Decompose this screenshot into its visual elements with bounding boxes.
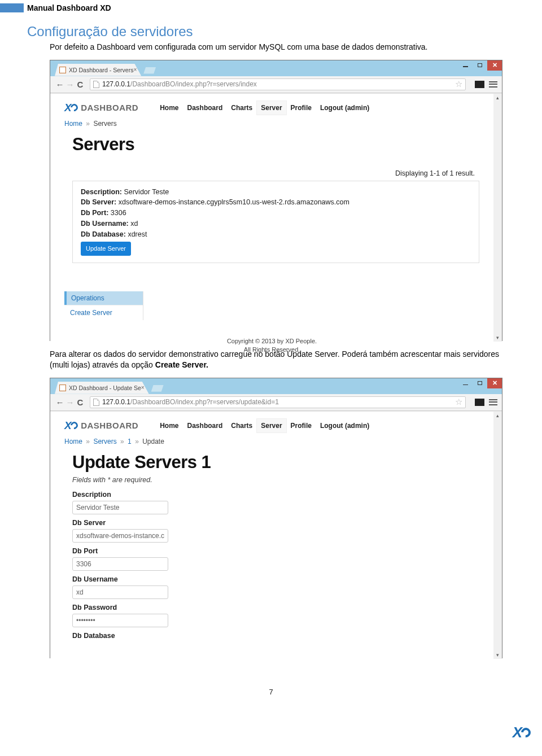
breadcrumb-current: Servers: [93, 120, 116, 128]
breadcrumb-sep: »: [86, 120, 90, 128]
new-tab-button[interactable]: [151, 385, 164, 392]
nav-home[interactable]: Home: [160, 101, 178, 115]
back-button[interactable]: ←: [55, 397, 65, 407]
dbport-label: Db Port: [72, 547, 479, 555]
description-input[interactable]: [72, 501, 168, 514]
nav-dashboard[interactable]: Dashboard: [187, 419, 223, 432]
browser-tab[interactable]: XD Dashboard - Update Se ×: [55, 382, 149, 394]
dbname-value: xdrest: [128, 230, 147, 238]
desc-label: Description:: [81, 188, 122, 196]
url-host: 127.0.0.1: [102, 80, 130, 88]
reload-button[interactable]: C: [75, 397, 85, 407]
doc-header: Manual Dashboard XD: [0, 0, 542, 14]
nav-charts[interactable]: Charts: [231, 101, 252, 115]
dbname-label: Db Database: [72, 632, 479, 640]
nav-profile[interactable]: Profile: [291, 419, 312, 432]
dbport-value: 3306: [111, 209, 126, 217]
window-controls: ✕: [458, 378, 502, 388]
nav-logout[interactable]: Logout (admin): [320, 419, 369, 432]
rights-line: All Rights Reserved.: [64, 346, 479, 354]
hamburger-menu-icon[interactable]: [489, 399, 497, 405]
nav-dashboard[interactable]: Dashboard: [187, 101, 223, 115]
dbport-label: Db Port:: [81, 209, 108, 217]
server-card: Description: Servidor Teste Db Server: x…: [72, 181, 479, 263]
create-server-link[interactable]: Create Server: [64, 305, 143, 320]
url-input[interactable]: 127.0.0.1/DashboardBO/index.php?r=server…: [90, 396, 466, 408]
header-accent-bar: [0, 3, 24, 12]
browser-window-update: ✕ XD Dashboard - Update Se × ← → C 127.0…: [50, 378, 502, 658]
back-button[interactable]: ←: [55, 80, 65, 89]
breadcrumb-id[interactable]: 1: [128, 438, 132, 445]
app-logo[interactable]: X DASHBOARD: [64, 419, 138, 432]
nav-server[interactable]: Server: [257, 419, 286, 432]
dbserver-value: xdsoftware-demos-instance.cgyplrs5sm10.u…: [119, 198, 349, 206]
description-label: Description: [72, 491, 479, 499]
app-nav: Home Dashboard Charts Server Profile Log…: [160, 419, 369, 432]
browser-tab[interactable]: XD Dashboard - Servers ×: [55, 64, 141, 76]
dbserver-label: Db Server: [72, 519, 479, 527]
scroll-down-icon[interactable]: ▾: [493, 651, 502, 659]
forward-button[interactable]: →: [65, 80, 75, 89]
url-path: /DashboardBO/index.php?r=servers/update&…: [130, 398, 279, 406]
window-minimize-button[interactable]: [458, 60, 473, 71]
operations-panel: Operations Create Server: [64, 291, 143, 320]
dbuser-label: Db Username: [72, 575, 479, 583]
section-title: Configuração de servidores: [27, 24, 542, 40]
browser-window-servers: ✕ XD Dashboard - Servers × ← → C 127.0.0…: [50, 60, 502, 341]
breadcrumb-sep: »: [135, 438, 139, 445]
dbserver-input[interactable]: [72, 529, 168, 543]
nav-charts[interactable]: Charts: [231, 419, 252, 432]
breadcrumb: Home » Servers » 1 » Update: [64, 438, 479, 445]
device-icon[interactable]: [475, 399, 484, 406]
intro-paragraph: Por defeito a Dashboard vem configurada …: [50, 42, 502, 53]
tab-strip: XD Dashboard - Servers ×: [50, 60, 502, 76]
nav-logout[interactable]: Logout (admin): [320, 101, 369, 115]
update-server-button[interactable]: Update Server: [81, 242, 131, 256]
dbuser-value: xd: [130, 220, 138, 228]
vertical-scrollbar[interactable]: ▴ ▾: [493, 412, 502, 659]
vertical-scrollbar[interactable]: ▴ ▾: [493, 94, 502, 342]
app-nav: Home Dashboard Charts Server Profile Log…: [160, 101, 369, 115]
tab-close-icon[interactable]: ×: [133, 67, 137, 73]
tab-close-icon[interactable]: ×: [141, 384, 145, 391]
reload-button[interactable]: C: [75, 80, 85, 89]
device-icon[interactable]: [475, 81, 484, 88]
page-viewport: ▴ ▾ X DASHBOARD Home Dashboard Charts Se…: [50, 411, 502, 659]
copyright-line: Copyright © 2013 by XD People.: [64, 337, 479, 346]
nav-home[interactable]: Home: [160, 419, 178, 432]
breadcrumb-sep: »: [86, 438, 90, 445]
breadcrumb-home[interactable]: Home: [64, 120, 82, 128]
dbuser-label: Db Username:: [81, 220, 129, 228]
dbserver-label: Db Server:: [81, 198, 116, 206]
dbuser-input[interactable]: [72, 585, 168, 599]
window-close-button[interactable]: ✕: [487, 60, 502, 71]
tab-favicon-icon: [59, 384, 66, 391]
dbpass-label: Db Password: [72, 604, 479, 611]
url-input[interactable]: 127.0.0.1/DashboardBO/index.php?r=server…: [90, 78, 466, 90]
page-icon: [93, 81, 99, 88]
window-close-button[interactable]: ✕: [487, 378, 502, 388]
required-note: Fields with * are required.: [72, 476, 479, 484]
scroll-down-icon[interactable]: ▾: [493, 334, 502, 342]
breadcrumb-servers[interactable]: Servers: [93, 438, 116, 445]
nav-server[interactable]: Server: [257, 101, 286, 115]
dbport-input[interactable]: [72, 557, 168, 571]
page-icon: [93, 399, 99, 406]
app-logo[interactable]: X DASHBOARD: [64, 102, 138, 114]
breadcrumb-home[interactable]: Home: [64, 438, 82, 445]
nav-profile[interactable]: Profile: [291, 101, 312, 115]
dbpass-input[interactable]: [72, 614, 168, 627]
window-maximize-button[interactable]: [473, 60, 487, 71]
forward-button[interactable]: →: [65, 397, 75, 407]
hamburger-menu-icon[interactable]: [489, 81, 497, 88]
window-minimize-button[interactable]: [458, 378, 473, 388]
tab-title: XD Dashboard - Update Se: [69, 384, 141, 391]
bookmark-star-icon[interactable]: ☆: [455, 397, 462, 407]
scroll-up-icon[interactable]: ▴: [493, 412, 502, 419]
bookmark-star-icon[interactable]: ☆: [455, 79, 462, 89]
address-bar: ← → C 127.0.0.1/DashboardBO/index.php?r=…: [50, 76, 502, 93]
scroll-up-icon[interactable]: ▴: [493, 94, 502, 102]
new-tab-button[interactable]: [143, 67, 156, 74]
window-maximize-button[interactable]: [473, 378, 487, 388]
breadcrumb-sep: »: [120, 438, 124, 445]
